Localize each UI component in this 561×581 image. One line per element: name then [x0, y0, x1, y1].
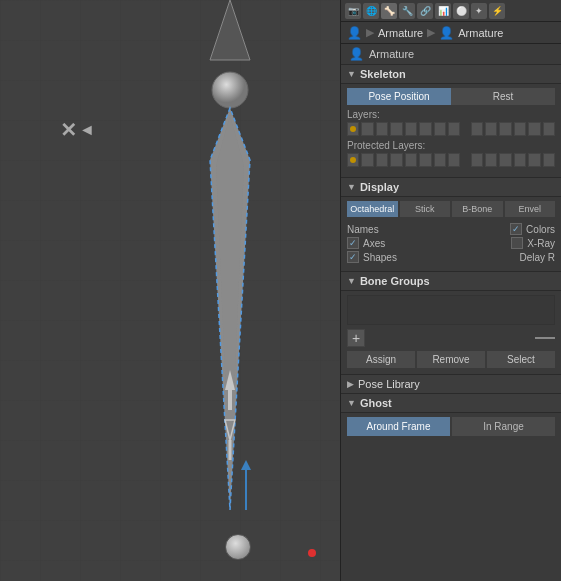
- pose-library-label: Pose Library: [358, 378, 420, 390]
- in-range-button[interactable]: In Range: [452, 417, 555, 436]
- display-envelope-button[interactable]: Envel: [505, 201, 556, 217]
- axes-label: Axes: [363, 238, 385, 249]
- display-arrow-icon: ▼: [347, 182, 356, 192]
- pose-library-header[interactable]: ▶ Pose Library: [341, 375, 561, 393]
- layer-cell-14[interactable]: [543, 122, 555, 136]
- bone-groups-controls: +: [347, 329, 555, 347]
- prot-layer-cell-7[interactable]: [434, 153, 446, 167]
- display-section-header[interactable]: ▼ Display: [341, 178, 561, 197]
- layer-cell-8[interactable]: [448, 122, 460, 136]
- prot-layer-cell-8[interactable]: [448, 153, 460, 167]
- pose-library-arrow-icon: ▶: [347, 379, 354, 389]
- display-header-label: Display: [360, 181, 399, 193]
- colors-checkbox[interactable]: [510, 223, 522, 235]
- shapes-checkbox[interactable]: [347, 251, 359, 263]
- prot-layer-cell-6[interactable]: [419, 153, 431, 167]
- layer-cell-7[interactable]: [434, 122, 446, 136]
- toolbar-icon-scene[interactable]: 🌐: [363, 3, 379, 19]
- breadcrumb-armature1[interactable]: Armature: [378, 27, 423, 39]
- skeleton-header-label: Skeleton: [360, 68, 406, 80]
- breadcrumb: 👤 ▶ Armature ▶ 👤 Armature: [341, 22, 561, 44]
- ghost-buttons-row: Around Frame In Range: [347, 417, 555, 436]
- xray-prop: X-Ray: [511, 237, 555, 249]
- breadcrumb-sep1: ▶: [366, 26, 374, 39]
- prot-layer-cell-14[interactable]: [543, 153, 555, 167]
- names-colors-row: Names Colors: [347, 223, 555, 235]
- layer-cell-11[interactable]: [499, 122, 511, 136]
- axes-xray-row: Axes X-Ray: [347, 237, 555, 249]
- layer-cell-9[interactable]: [471, 122, 483, 136]
- layer-cell-3[interactable]: [376, 122, 388, 136]
- ghost-arrow-icon: ▼: [347, 398, 356, 408]
- bottom-sphere: [225, 534, 251, 560]
- ghost-section-header[interactable]: ▼ Ghost: [341, 394, 561, 413]
- layer-cell-2[interactable]: [361, 122, 373, 136]
- toolbar-icon-material[interactable]: ⚪: [453, 3, 469, 19]
- layer-cell-13[interactable]: [528, 122, 540, 136]
- prot-layer-cell-11[interactable]: [499, 153, 511, 167]
- prot-layer-cell-1[interactable]: [347, 153, 359, 167]
- toolbar-icon-data[interactable]: 📊: [435, 3, 451, 19]
- red-dot-indicator: [308, 549, 316, 557]
- layer-cell-12[interactable]: [514, 122, 526, 136]
- display-buttons-row: Octahedral Stick B-Bone Envel: [347, 201, 555, 217]
- shapes-prop: Shapes: [347, 251, 397, 263]
- prot-layer-cell-10[interactable]: [485, 153, 497, 167]
- toolbar-icon-physics[interactable]: ⚡: [489, 3, 505, 19]
- select-button[interactable]: Select: [487, 351, 555, 368]
- axes-prop: Axes: [347, 237, 385, 249]
- properties-panel: 📷 🌐 🦴 🔧 🔗 📊 ⚪ ✦ ⚡ 👤 ▶ Armature ▶ 👤 Armat…: [340, 0, 561, 581]
- protected-layers-label: Protected Layers:: [347, 140, 555, 151]
- layer-cell-5[interactable]: [405, 122, 417, 136]
- layer-cell-1[interactable]: [347, 122, 359, 136]
- layer-cell-10[interactable]: [485, 122, 497, 136]
- cross-icon: ✕: [60, 118, 77, 142]
- svg-marker-0: [210, 0, 250, 60]
- breadcrumb-armature2[interactable]: Armature: [458, 27, 503, 39]
- layers-label: Layers:: [347, 109, 555, 120]
- delay-prop: Delay R: [519, 252, 555, 263]
- armature-title-row: 👤 Armature: [341, 44, 561, 65]
- armature-name: Armature: [369, 48, 414, 60]
- toolbar-icon-render[interactable]: 📷: [345, 3, 361, 19]
- colors-prop: Colors: [510, 223, 555, 235]
- skeleton-section-header[interactable]: ▼ Skeleton: [341, 65, 561, 84]
- svg-rect-7: [229, 440, 232, 460]
- display-bbone-button[interactable]: B-Bone: [452, 201, 503, 217]
- prot-layer-cell-3[interactable]: [376, 153, 388, 167]
- bone-groups-arrow-icon: ▼: [347, 276, 356, 286]
- toolbar-icon-particles[interactable]: ✦: [471, 3, 487, 19]
- display-octahedral-button[interactable]: Octahedral: [347, 201, 398, 217]
- layer-cell-4[interactable]: [390, 122, 402, 136]
- pose-position-button[interactable]: Pose Position: [347, 88, 451, 105]
- bone-groups-header[interactable]: ▼ Bone Groups: [341, 272, 561, 291]
- bone-groups-header-label: Bone Groups: [360, 275, 430, 287]
- xray-label: X-Ray: [527, 238, 555, 249]
- layer-cell-6[interactable]: [419, 122, 431, 136]
- remove-button[interactable]: Remove: [417, 351, 485, 368]
- breadcrumb-sep2: ▶: [427, 26, 435, 39]
- toolbar-icon-object[interactable]: 🦴: [381, 3, 397, 19]
- prot-layer-cell-13[interactable]: [528, 153, 540, 167]
- toolbar-icon-constraints[interactable]: 🔗: [417, 3, 433, 19]
- bone-shape: [170, 0, 290, 560]
- add-bone-group-button[interactable]: +: [347, 329, 365, 347]
- around-frame-button[interactable]: Around Frame: [347, 417, 450, 436]
- display-stick-button[interactable]: Stick: [400, 201, 451, 217]
- prot-layer-cell-9[interactable]: [471, 153, 483, 167]
- prot-layer-cell-2[interactable]: [361, 153, 373, 167]
- assign-button[interactable]: Assign: [347, 351, 415, 368]
- toolbar-icon-modifier[interactable]: 🔧: [399, 3, 415, 19]
- viewport[interactable]: ✕ ◄: [0, 0, 340, 581]
- x-axis-indicator: ✕ ◄: [60, 118, 95, 142]
- prot-layer-cell-4[interactable]: [390, 153, 402, 167]
- xray-checkbox[interactable]: [511, 237, 523, 249]
- prot-layer-cell-12[interactable]: [514, 153, 526, 167]
- y-arrow-head: [241, 460, 251, 470]
- arrow-icon: ◄: [79, 121, 95, 139]
- axes-checkbox[interactable]: [347, 237, 359, 249]
- prot-layer-cell-5[interactable]: [405, 153, 417, 167]
- rest-position-button[interactable]: Rest: [451, 88, 555, 105]
- ghost-header-label: Ghost: [360, 397, 392, 409]
- bone-groups-section: + Assign Remove Select: [341, 291, 561, 375]
